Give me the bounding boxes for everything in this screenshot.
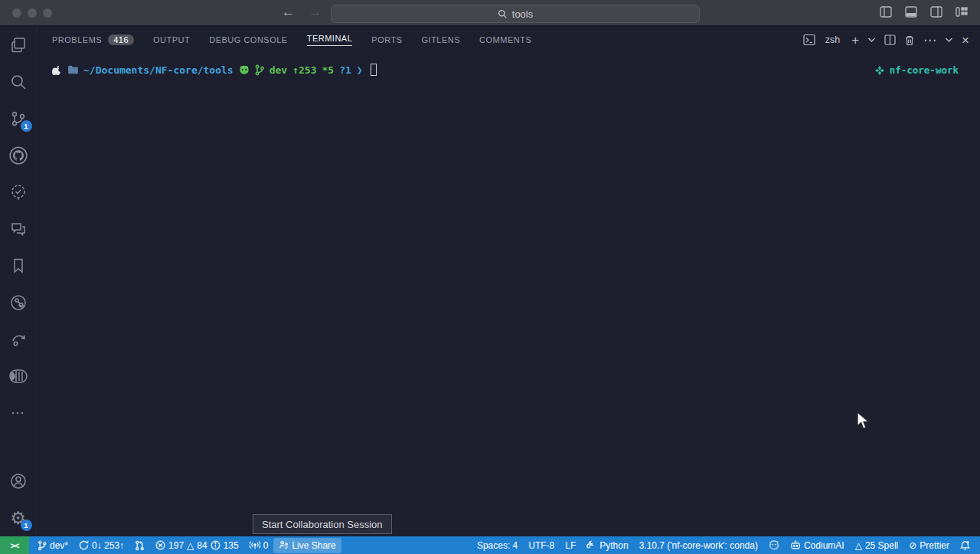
sidebar-item-bookmarks[interactable]: [0, 247, 37, 284]
tab-comments[interactable]: COMMENTS: [479, 35, 531, 44]
warning-icon: △: [855, 540, 862, 551]
sidebar-item-more[interactable]: ⋯: [0, 395, 37, 431]
bell-icon: [960, 540, 970, 551]
sidebar-item-github[interactable]: [0, 137, 37, 174]
tab-terminal[interactable]: TERMINAL: [307, 34, 353, 46]
pull-request-status[interactable]: [129, 536, 150, 554]
mouse-pointer: [855, 411, 871, 431]
tab-ports[interactable]: PORTS: [371, 35, 402, 44]
octocat-face-icon: [239, 65, 250, 75]
folder-icon: [67, 65, 78, 74]
sidebar-item-comments[interactable]: [0, 211, 37, 247]
tab-gitlens[interactable]: GITLENS: [422, 35, 461, 44]
comments-icon: [9, 220, 28, 238]
language-status[interactable]: Python: [581, 536, 633, 554]
sidebar-item-source-control[interactable]: 1: [0, 100, 37, 137]
search-query: tools: [512, 8, 533, 20]
conda-env-indicator: nf-core-work: [875, 64, 959, 76]
seal-check-icon: [9, 183, 28, 202]
apple-icon: [52, 64, 62, 75]
tab-problems[interactable]: PROBLEMS 416: [52, 34, 134, 45]
toggle-sidebar-right-icon[interactable]: [930, 6, 942, 18]
account-button[interactable]: [0, 463, 37, 500]
sync-status[interactable]: 0↓ 253↑: [74, 536, 129, 554]
sidebar-item-github-actions[interactable]: [0, 174, 37, 211]
more-views-icon: ⋯: [11, 405, 25, 421]
back-icon[interactable]: ←: [282, 5, 295, 20]
problems-status[interactable]: 197 △ 84 135: [150, 536, 244, 554]
prompt-ahead: ↑253: [292, 64, 316, 76]
sidebar-item-codiumai[interactable]: [0, 358, 37, 395]
ports-status[interactable]: 0: [244, 536, 274, 554]
panel-header: PROBLEMS 416 OUTPUT DEBUG CONSOLE TERMIN…: [37, 27, 980, 53]
sync-icon: [79, 540, 89, 550]
sidebar-item-gitlens[interactable]: [0, 321, 37, 358]
prompt-cwd: ~/Documents/NF-core/tools: [83, 64, 234, 76]
error-icon: [155, 540, 165, 550]
live-share-icon: [9, 293, 28, 312]
prettier-icon: ⊘: [909, 540, 916, 551]
live-share-icon: [279, 540, 289, 550]
toggle-panel-icon[interactable]: [905, 6, 917, 18]
command-center-search[interactable]: tools: [331, 5, 700, 23]
eol-status[interactable]: LF: [560, 536, 581, 554]
toggle-sidebar-left-icon[interactable]: [880, 6, 892, 18]
env-diamond-icon: [875, 66, 884, 75]
search-icon: [498, 9, 508, 19]
prompt-modified: *5: [322, 64, 334, 76]
broadcast-icon: [250, 540, 260, 550]
terminal-cursor: [371, 64, 377, 76]
account-icon: [9, 472, 28, 490]
launch-profile-chevron-icon[interactable]: [867, 37, 876, 43]
indentation-status[interactable]: Spaces: 4: [472, 536, 523, 554]
panel-actions: zsh + ⋯ ×: [803, 34, 969, 47]
main-area: 1 ⋯ ⚙ 1: [0, 27, 980, 536]
warning-icon: △: [187, 540, 194, 551]
panel-tabs: PROBLEMS 416 OUTPUT DEBUG CONSOLE TERMIN…: [52, 34, 531, 46]
minimize-window-icon[interactable]: [28, 8, 37, 18]
spell-checker-status[interactable]: △ 25 Spell: [850, 536, 904, 554]
github-status[interactable]: [763, 536, 785, 554]
terminal-icon: [803, 34, 815, 46]
sidebar-item-live-share[interactable]: [0, 284, 37, 321]
window-controls[interactable]: [12, 8, 52, 18]
info-icon: [211, 540, 220, 550]
bottom-panel: PROBLEMS 416 OUTPUT DEBUG CONSOLE TERMIN…: [37, 27, 980, 536]
split-terminal-icon[interactable]: [884, 34, 896, 45]
prompt-branch: dev: [270, 64, 287, 76]
explorer-icon: [9, 36, 28, 54]
codium-status[interactable]: CodiumAI: [785, 536, 850, 554]
views-more-actions-icon[interactable]: ⋯: [923, 34, 936, 47]
pull-request-icon: [135, 540, 145, 551]
octocat-icon: [769, 540, 779, 550]
prompt-untracked: ?1: [339, 64, 351, 76]
close-window-icon[interactable]: [12, 8, 21, 18]
remote-icon: ><: [11, 541, 19, 550]
close-panel-icon[interactable]: ×: [962, 34, 969, 47]
sidebar-item-search[interactable]: [0, 64, 37, 100]
prettier-status[interactable]: ⊘ Prettier: [903, 536, 955, 554]
encoding-status[interactable]: UTF-8: [523, 536, 560, 554]
problems-count-badge: 416: [108, 34, 134, 45]
remote-indicator[interactable]: ><: [0, 536, 29, 554]
python-interpreter-status[interactable]: 3.10.7 ('nf-core-work': conda): [634, 536, 763, 554]
search-icon: [9, 73, 28, 91]
github-icon: [8, 146, 28, 166]
tab-output[interactable]: OUTPUT: [153, 35, 190, 44]
settings-button[interactable]: ⚙ 1: [0, 500, 37, 536]
live-share-button[interactable]: Live Share: [273, 538, 341, 553]
maximize-window-icon[interactable]: [43, 8, 52, 18]
sidebar-item-explorer[interactable]: [0, 27, 37, 64]
customize-layout-icon[interactable]: [956, 6, 968, 18]
kill-terminal-trash-icon[interactable]: [904, 34, 915, 46]
robot-icon: [790, 540, 801, 550]
forward-icon: →: [309, 5, 322, 20]
branch-status[interactable]: dev*: [32, 536, 74, 554]
tab-debug-console[interactable]: DEBUG CONSOLE: [209, 35, 287, 44]
source-control-badge: 1: [21, 120, 32, 132]
hide-panel-chevron-icon[interactable]: [945, 37, 953, 43]
new-terminal-icon[interactable]: +: [851, 34, 859, 47]
terminal-prompt[interactable]: ~/Documents/NF-core/tools dev ↑253 *5 ?1…: [52, 64, 377, 76]
notifications-button[interactable]: [955, 536, 975, 554]
shell-name[interactable]: zsh: [825, 34, 840, 45]
